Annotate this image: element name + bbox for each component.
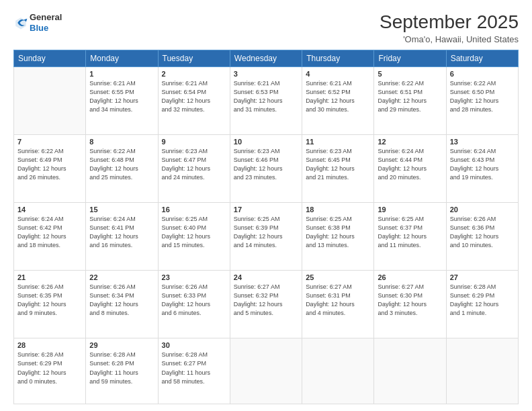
header-sunday: Sunday [14, 50, 86, 66]
calendar-week-row: 14Sunrise: 6:24 AM Sunset: 6:42 PM Dayli… [14, 203, 519, 271]
table-row: 24Sunrise: 6:27 AM Sunset: 6:32 PM Dayli… [230, 271, 302, 338]
table-row: 5Sunrise: 6:22 AM Sunset: 6:51 PM Daylig… [374, 66, 446, 134]
day-info: Sunrise: 6:26 AM Sunset: 6:33 PM Dayligh… [162, 283, 226, 318]
header-tuesday: Tuesday [158, 50, 230, 66]
day-number: 10 [234, 138, 298, 146]
header-friday: Friday [374, 50, 446, 66]
table-row: 7Sunrise: 6:22 AM Sunset: 6:49 PM Daylig… [14, 134, 86, 202]
location: 'Oma'o, Hawaii, United States [380, 34, 519, 44]
day-info: Sunrise: 6:21 AM Sunset: 6:54 PM Dayligh… [162, 79, 226, 114]
day-number: 25 [306, 273, 370, 281]
day-number: 29 [89, 341, 154, 349]
header-saturday: Saturday [446, 50, 518, 66]
day-number: 3 [234, 70, 298, 78]
day-info: Sunrise: 6:26 AM Sunset: 6:36 PM Dayligh… [450, 215, 515, 250]
day-info: Sunrise: 6:26 AM Sunset: 6:34 PM Dayligh… [89, 283, 154, 318]
day-number: 12 [378, 138, 442, 146]
day-number: 7 [17, 138, 82, 146]
header-thursday: Thursday [302, 50, 374, 66]
day-number: 4 [306, 70, 370, 78]
day-number: 30 [162, 341, 226, 349]
day-number: 24 [234, 273, 298, 281]
calendar-week-row: 21Sunrise: 6:26 AM Sunset: 6:35 PM Dayli… [14, 271, 519, 338]
day-info: Sunrise: 6:26 AM Sunset: 6:35 PM Dayligh… [17, 283, 82, 318]
table-row: 3Sunrise: 6:21 AM Sunset: 6:53 PM Daylig… [230, 66, 302, 134]
table-row [446, 338, 518, 404]
table-row: 17Sunrise: 6:25 AM Sunset: 6:39 PM Dayli… [230, 203, 302, 271]
day-info: Sunrise: 6:22 AM Sunset: 6:51 PM Dayligh… [378, 79, 442, 114]
table-row: 23Sunrise: 6:26 AM Sunset: 6:33 PM Dayli… [158, 271, 230, 338]
table-row: 6Sunrise: 6:22 AM Sunset: 6:50 PM Daylig… [446, 66, 518, 134]
table-row: 11Sunrise: 6:23 AM Sunset: 6:45 PM Dayli… [302, 134, 374, 202]
day-number: 18 [306, 205, 370, 214]
table-row: 12Sunrise: 6:24 AM Sunset: 6:44 PM Dayli… [374, 134, 446, 202]
table-row: 26Sunrise: 6:27 AM Sunset: 6:30 PM Dayli… [374, 271, 446, 338]
header-wednesday: Wednesday [230, 50, 302, 66]
day-info: Sunrise: 6:22 AM Sunset: 6:49 PM Dayligh… [17, 147, 82, 182]
table-row: 13Sunrise: 6:24 AM Sunset: 6:43 PM Dayli… [446, 134, 518, 202]
day-info: Sunrise: 6:24 AM Sunset: 6:44 PM Dayligh… [378, 147, 442, 182]
day-info: Sunrise: 6:25 AM Sunset: 6:40 PM Dayligh… [162, 215, 226, 250]
day-info: Sunrise: 6:27 AM Sunset: 6:32 PM Dayligh… [234, 283, 298, 318]
table-row: 8Sunrise: 6:22 AM Sunset: 6:48 PM Daylig… [86, 134, 158, 202]
day-info: Sunrise: 6:28 AM Sunset: 6:29 PM Dayligh… [450, 283, 515, 318]
day-number: 27 [450, 273, 515, 281]
day-info: Sunrise: 6:25 AM Sunset: 6:37 PM Dayligh… [378, 215, 442, 250]
table-row: 10Sunrise: 6:23 AM Sunset: 6:46 PM Dayli… [230, 134, 302, 202]
day-info: Sunrise: 6:27 AM Sunset: 6:31 PM Dayligh… [306, 283, 370, 318]
day-info: Sunrise: 6:21 AM Sunset: 6:55 PM Dayligh… [89, 79, 154, 114]
month-title: September 2025 [380, 12, 519, 33]
logo-text: General Blue [30, 12, 62, 33]
table-row: 20Sunrise: 6:26 AM Sunset: 6:36 PM Dayli… [446, 203, 518, 271]
table-row: 18Sunrise: 6:25 AM Sunset: 6:38 PM Dayli… [302, 203, 374, 271]
day-number: 17 [234, 205, 298, 214]
day-number: 8 [89, 138, 154, 146]
day-info: Sunrise: 6:28 AM Sunset: 6:28 PM Dayligh… [89, 351, 154, 385]
day-number: 20 [450, 205, 515, 214]
title-area: September 2025 'Oma'o, Hawaii, United St… [380, 12, 519, 44]
day-info: Sunrise: 6:22 AM Sunset: 6:48 PM Dayligh… [89, 147, 154, 182]
day-info: Sunrise: 6:23 AM Sunset: 6:47 PM Dayligh… [162, 147, 226, 182]
page: General Blue September 2025 'Oma'o, Hawa… [0, 0, 532, 411]
day-number: 23 [162, 273, 226, 281]
day-number: 2 [162, 70, 226, 78]
day-info: Sunrise: 6:24 AM Sunset: 6:41 PM Dayligh… [89, 215, 154, 250]
day-info: Sunrise: 6:22 AM Sunset: 6:50 PM Dayligh… [450, 79, 515, 114]
table-row [230, 338, 302, 404]
table-row: 30Sunrise: 6:28 AM Sunset: 6:27 PM Dayli… [158, 338, 230, 404]
table-row: 25Sunrise: 6:27 AM Sunset: 6:31 PM Dayli… [302, 271, 374, 338]
day-number: 15 [89, 205, 154, 214]
day-number: 28 [17, 341, 82, 349]
day-number: 22 [89, 273, 154, 281]
day-number: 13 [450, 138, 515, 146]
day-info: Sunrise: 6:25 AM Sunset: 6:38 PM Dayligh… [306, 215, 370, 250]
header-monday: Monday [86, 50, 158, 66]
day-info: Sunrise: 6:27 AM Sunset: 6:30 PM Dayligh… [378, 283, 442, 318]
day-number: 21 [17, 273, 82, 281]
day-number: 9 [162, 138, 226, 146]
table-row: 1Sunrise: 6:21 AM Sunset: 6:55 PM Daylig… [86, 66, 158, 134]
table-row: 27Sunrise: 6:28 AM Sunset: 6:29 PM Dayli… [446, 271, 518, 338]
day-info: Sunrise: 6:24 AM Sunset: 6:43 PM Dayligh… [450, 147, 515, 182]
day-info: Sunrise: 6:24 AM Sunset: 6:42 PM Dayligh… [17, 215, 82, 250]
calendar-table: Sunday Monday Tuesday Wednesday Thursday… [13, 50, 519, 404]
day-number: 19 [378, 205, 442, 214]
table-row [14, 66, 86, 134]
table-row: 22Sunrise: 6:26 AM Sunset: 6:34 PM Dayli… [86, 271, 158, 338]
table-row: 2Sunrise: 6:21 AM Sunset: 6:54 PM Daylig… [158, 66, 230, 134]
day-number: 1 [89, 70, 154, 78]
calendar-week-row: 28Sunrise: 6:28 AM Sunset: 6:29 PM Dayli… [14, 338, 519, 404]
table-row: 9Sunrise: 6:23 AM Sunset: 6:47 PM Daylig… [158, 134, 230, 202]
calendar-week-row: 7Sunrise: 6:22 AM Sunset: 6:49 PM Daylig… [14, 134, 519, 202]
table-row: 14Sunrise: 6:24 AM Sunset: 6:42 PM Dayli… [14, 203, 86, 271]
logo-icon [13, 15, 28, 30]
day-number: 14 [17, 205, 82, 214]
table-row: 29Sunrise: 6:28 AM Sunset: 6:28 PM Dayli… [86, 338, 158, 404]
table-row: 4Sunrise: 6:21 AM Sunset: 6:52 PM Daylig… [302, 66, 374, 134]
table-row [302, 338, 374, 404]
logo: General Blue [13, 12, 62, 33]
table-row: 19Sunrise: 6:25 AM Sunset: 6:37 PM Dayli… [374, 203, 446, 271]
table-row: 28Sunrise: 6:28 AM Sunset: 6:29 PM Dayli… [14, 338, 86, 404]
day-info: Sunrise: 6:23 AM Sunset: 6:45 PM Dayligh… [306, 147, 370, 182]
calendar-week-row: 1Sunrise: 6:21 AM Sunset: 6:55 PM Daylig… [14, 66, 519, 134]
